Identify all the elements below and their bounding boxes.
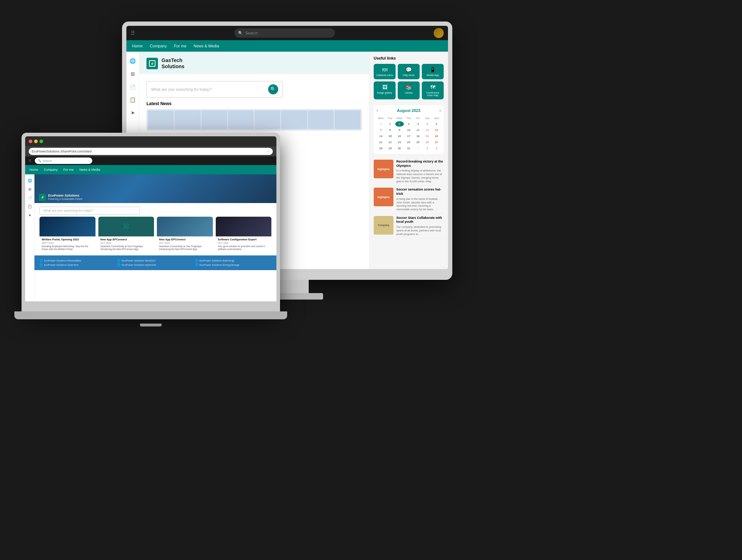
laptop-content: 🌐 ⊞ 📄 📋 ➤ ⚡ EcoPower So (25, 174, 276, 301)
lap-nav-home[interactable]: Home (29, 168, 38, 171)
laptop-search-bar[interactable]: 🔍 Search (35, 157, 92, 164)
user-avatar[interactable] (434, 28, 444, 38)
footer-link-2[interactable]: 🌐 EcoPower Solutions WindGen (117, 259, 193, 262)
close-button[interactable] (29, 140, 32, 143)
calendar-next[interactable]: › (439, 108, 441, 113)
lap-nav-for-me[interactable]: For me (64, 168, 74, 171)
useful-link-helpdesk[interactable]: 💬 Help Desk (398, 64, 420, 79)
cal-day[interactable]: 1 (414, 146, 422, 151)
calendar-prev[interactable]: ‹ (377, 108, 378, 113)
conference-label: Conference room map (423, 91, 442, 97)
useful-link-cafeteria[interactable]: 🍽 Cafeteria menu (374, 64, 396, 79)
cal-day[interactable]: 31 (405, 146, 413, 151)
cal-day[interactable]: 18 (414, 133, 422, 139)
promo-card-1[interactable]: Welfare Portal, Opening 2023 SEPT 2023 E… (39, 217, 95, 253)
lap-nav-company[interactable]: Company (44, 168, 58, 171)
cal-day[interactable]: 16 (395, 133, 404, 139)
minimize-button[interactable] (34, 140, 38, 143)
copy-icon-laptop[interactable]: 📋 (27, 204, 32, 209)
laptop-url-bar: EcoPowerSolutions.SharePoint.com/sites/ … (25, 146, 276, 156)
arrow-icon[interactable]: ➤ (129, 109, 136, 116)
app-grid-icon[interactable]: ⠿ (131, 30, 136, 37)
news-item-3[interactable]: Company Soccer Stars Collaborate with lo… (374, 214, 444, 239)
grid-icon-laptop[interactable]: ⊞ (27, 187, 32, 192)
footer-link-4[interactable]: 🌐 EcoPower Solutions SolarTech (39, 263, 116, 267)
cal-day[interactable]: 7 (377, 127, 385, 133)
useful-link-gallery[interactable]: 🖼 Image gallery (374, 81, 396, 99)
cal-day[interactable]: 27 (432, 140, 441, 145)
useful-link-library[interactable]: 📚 Library (398, 81, 420, 99)
search-icon: 🔍 (238, 31, 243, 36)
cal-day[interactable]: 23 (395, 140, 404, 145)
cal-day[interactable]: 5 (423, 121, 431, 127)
grid-icon[interactable]: ⊞ (129, 70, 136, 77)
cal-day[interactable]: 10 (405, 127, 413, 133)
cal-day[interactable]: 14 (377, 133, 385, 139)
news-cell (335, 110, 360, 129)
cal-day[interactable]: 2 (423, 146, 431, 151)
cal-day[interactable]: 31 (377, 121, 385, 127)
cal-day[interactable]: 9 (395, 127, 404, 133)
cal-day[interactable]: 13 (432, 127, 441, 133)
footer-link-3[interactable]: 🌐 EcoPower Solutions BioEnergy (195, 259, 271, 262)
cal-day[interactable]: 30 (395, 146, 404, 151)
cal-day[interactable]: 26 (423, 140, 431, 145)
arrow-icon-laptop[interactable]: ➤ (27, 212, 32, 217)
cal-day[interactable]: 25 (414, 140, 422, 145)
cal-day[interactable]: 20 (432, 133, 441, 139)
cal-day[interactable]: 8 (386, 127, 395, 133)
cal-day[interactable]: 4 (414, 121, 422, 127)
useful-link-conference[interactable]: 🗺 Conference room map (422, 81, 444, 99)
cal-header-wed: Wed (395, 116, 404, 121)
nav-company[interactable]: Company (150, 44, 167, 48)
search-submit-button[interactable]: 🔍 (268, 84, 278, 94)
cal-day[interactable]: 21 (377, 140, 385, 145)
footer-link-icon-3: 🌐 (195, 259, 199, 262)
globe-icon[interactable]: 🌐 (129, 57, 136, 65)
cal-day[interactable]: 3 (432, 146, 441, 151)
promo-date-2: OCT 2023 (101, 242, 152, 244)
promo-card-3[interactable]: New App EPConnect OCT 2023 Seamless Conn… (157, 217, 213, 253)
globe-icon-laptop[interactable]: 🌐 (27, 178, 32, 183)
cal-day[interactable]: 1 (386, 121, 395, 127)
cal-day[interactable]: 22 (386, 140, 395, 145)
cal-day[interactable]: 3 (405, 121, 413, 127)
footer-link-text-4: EcoPower Solutions SolarTech (44, 264, 79, 266)
promo-card-4[interactable]: Software Configuration Expert OCT 2023 Y… (216, 217, 272, 253)
nav-news-media[interactable]: News & Media (193, 44, 219, 48)
nav-home[interactable]: Home (132, 44, 143, 48)
footer-link-6[interactable]: 🌐 EcoPower Solutions EnergyStorage (195, 263, 271, 267)
cal-day[interactable]: 12 (423, 127, 431, 133)
cal-header-fri: Fri (414, 116, 422, 121)
cal-day[interactable]: 6 (432, 121, 441, 127)
cal-day[interactable]: 11 (414, 127, 422, 133)
copy-icon[interactable]: 📋 (129, 96, 136, 103)
lap-nav-news-media[interactable]: News & Media (79, 168, 100, 171)
document-icon[interactable]: 📄 (129, 83, 136, 90)
bookmark-icon[interactable]: ☆ (267, 150, 270, 154)
useful-link-mobile[interactable]: 📱 Mobile App (422, 64, 444, 79)
cal-day[interactable]: 15 (386, 133, 395, 139)
footer-link-1[interactable]: 🌐 EcoPower Solutions Renewables (39, 259, 116, 262)
url-input[interactable]: EcoPowerSolutions.SharePoint.com/sites/ … (29, 148, 273, 155)
news-image-grid (146, 109, 362, 131)
main-search-input[interactable]: What are you searching for today? 🔍 (146, 81, 283, 98)
news-cell (255, 110, 280, 129)
cal-day[interactable]: 17 (405, 133, 413, 139)
app-grid-icon-laptop[interactable]: ⠿ (29, 159, 31, 163)
promo-card-2[interactable]: ⌘ New App EPConnect OCT 2023 Seamless Co… (98, 217, 154, 253)
monitor-search-bar[interactable]: 🔍 Search (234, 28, 335, 38)
document-icon-laptop[interactable]: 📄 (27, 195, 32, 200)
news-item-1[interactable]: Highlights Record-breaking victory at th… (374, 157, 444, 185)
cal-day[interactable]: 24 (405, 140, 413, 145)
cal-day-today[interactable]: 2 (395, 121, 404, 127)
footer-link-5[interactable]: 🌐 EcoPower Solutions HydroVolt (117, 263, 193, 267)
cal-day[interactable]: 28 (377, 146, 385, 151)
news-item-2[interactable]: Highlights Soccer sensation scores hat-t… (374, 185, 444, 213)
maximize-button[interactable] (39, 140, 43, 143)
cal-day[interactable]: 19 (423, 133, 431, 139)
laptop-search-input[interactable]: What are you searching for today? (39, 207, 140, 215)
nav-for-me[interactable]: For me (174, 44, 186, 48)
cal-day[interactable]: 29 (386, 146, 395, 151)
laptop-search-section: What are you searching for today? (34, 203, 276, 217)
